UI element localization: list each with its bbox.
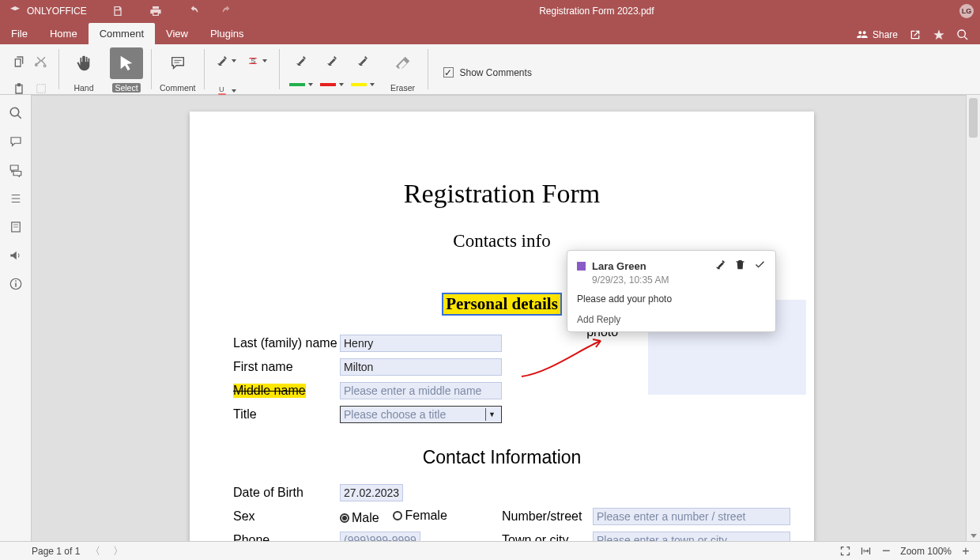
field-town[interactable]: Please enter a town or city (593, 532, 790, 541)
zoom-out-button[interactable]: − (880, 545, 892, 558)
comment-date: 9/29/23, 10:35 AM (592, 274, 766, 286)
field-first-name[interactable]: Milton (340, 358, 502, 376)
highlight-red-button[interactable] (318, 51, 346, 71)
field-title-select[interactable]: Please choose a title▼ (340, 406, 502, 423)
print-icon[interactable] (149, 4, 163, 18)
highlight-yellow-button[interactable] (349, 51, 377, 71)
add-reply-button[interactable]: Add Reply (577, 314, 766, 325)
label-numstreet: Number/street (502, 509, 593, 524)
field-dob[interactable]: 27.02.2023 (340, 484, 403, 501)
section-contacts: Contacts info (233, 231, 771, 252)
delete-comment-icon[interactable] (734, 259, 746, 273)
add-comment-button[interactable] (161, 47, 194, 79)
comment-popup: Lara Green 9/29/23, 10:35 AM Please add … (567, 250, 776, 332)
zoom-label[interactable]: Zoom 100% (900, 546, 952, 557)
scrollbar-thumb[interactable] (969, 98, 978, 138)
section-personal-details[interactable]: Personal details (442, 293, 562, 316)
field-middle-name[interactable]: Please enter a middle name (340, 382, 502, 399)
label-last-name: Last (family) name (233, 336, 340, 350)
hand-tool-button[interactable] (67, 47, 100, 79)
strikeout-color-button[interactable]: S (243, 51, 271, 71)
section-contact-info: Contact Information (233, 447, 771, 468)
tab-comment[interactable]: Comment (89, 23, 155, 44)
eraser-button[interactable] (386, 47, 420, 79)
label-phone: Phone (233, 533, 340, 541)
search-icon[interactable] (956, 28, 969, 41)
comment-author: Lara Green (592, 260, 646, 272)
comment-text: Please add your photo (577, 293, 766, 305)
chat-icon[interactable] (9, 163, 23, 177)
undo-icon[interactable] (187, 4, 201, 18)
swatch-red[interactable] (318, 74, 346, 95)
find-icon[interactable] (9, 106, 23, 120)
fit-page-icon[interactable] (839, 545, 851, 558)
radio-female[interactable]: Female (393, 509, 447, 523)
tab-home[interactable]: Home (39, 23, 89, 44)
highlight-green-button[interactable] (288, 51, 315, 71)
swatch-green[interactable] (288, 74, 315, 95)
vertical-scrollbar[interactable] (966, 95, 980, 541)
thumbnails-icon[interactable] (9, 220, 23, 234)
navigation-icon[interactable] (9, 191, 23, 206)
field-phone[interactable]: (999)999-9999 (340, 532, 420, 541)
swatch-yellow[interactable] (349, 74, 377, 95)
document-area[interactable]: Registration Form Contacts info Personal… (32, 95, 966, 541)
next-page-button[interactable]: 〉 (111, 544, 126, 558)
svg-text:U: U (219, 85, 224, 93)
doc-title: Registration Form (233, 179, 771, 209)
comments-panel-icon[interactable] (9, 134, 23, 149)
title-bar: ONLYOFFICE Registration Form 2023.pdf LG (0, 0, 980, 22)
tab-view[interactable]: View (155, 23, 199, 44)
share-button[interactable]: Share (856, 28, 898, 41)
edit-comment-icon[interactable] (714, 259, 726, 273)
prev-page-button[interactable]: 〈 (88, 544, 103, 558)
save-icon[interactable] (111, 4, 125, 18)
svg-text:S: S (251, 57, 255, 65)
resolve-comment-icon[interactable] (754, 259, 766, 273)
comment-author-color (577, 262, 586, 271)
cut-icon[interactable] (32, 52, 51, 71)
radio-male[interactable]: Male (340, 511, 379, 525)
label-title: Title (233, 407, 340, 422)
select-tool-button[interactable] (110, 47, 143, 79)
label-dob: Date of Birth (233, 486, 340, 500)
brand-name: ONLYOFFICE (27, 6, 87, 17)
user-avatar[interactable]: LG (959, 4, 974, 18)
label-first-name: First name (233, 360, 340, 374)
copy-icon[interactable] (9, 52, 28, 71)
redo-icon[interactable] (220, 4, 234, 18)
show-comments-toggle[interactable]: ✓ Show Comments (432, 44, 532, 94)
label-town: Town or city (502, 533, 593, 541)
favorite-icon[interactable] (933, 28, 945, 41)
scroll-down-icon[interactable] (971, 534, 977, 538)
ribbon: Hand Select Comment S U (0, 44, 980, 95)
field-last-name[interactable]: Henry (340, 335, 502, 352)
left-panel (0, 95, 32, 541)
page-indicator: Page 1 of 1 (32, 546, 80, 557)
fit-width-icon[interactable] (859, 545, 872, 558)
tab-file[interactable]: File (0, 23, 39, 44)
label-middle-name: Middle name (233, 384, 306, 398)
field-numstreet[interactable]: Please enter a number / street (593, 508, 790, 525)
feedback-icon[interactable] (9, 248, 23, 263)
highlight-color-button[interactable] (213, 51, 240, 71)
about-icon[interactable] (9, 277, 23, 291)
open-location-icon[interactable] (909, 28, 922, 41)
zoom-in-button[interactable]: + (959, 545, 972, 558)
label-sex: Sex (233, 509, 340, 524)
menu-bar: File Home Comment View Plugins Share (0, 22, 980, 44)
tab-plugins[interactable]: Plugins (199, 23, 255, 44)
app-logo-icon (8, 4, 22, 18)
status-bar: Page 1 of 1 〈 〉 − Zoom 100% + (0, 541, 980, 560)
document-title: Registration Form 2023.pdf (234, 6, 959, 17)
